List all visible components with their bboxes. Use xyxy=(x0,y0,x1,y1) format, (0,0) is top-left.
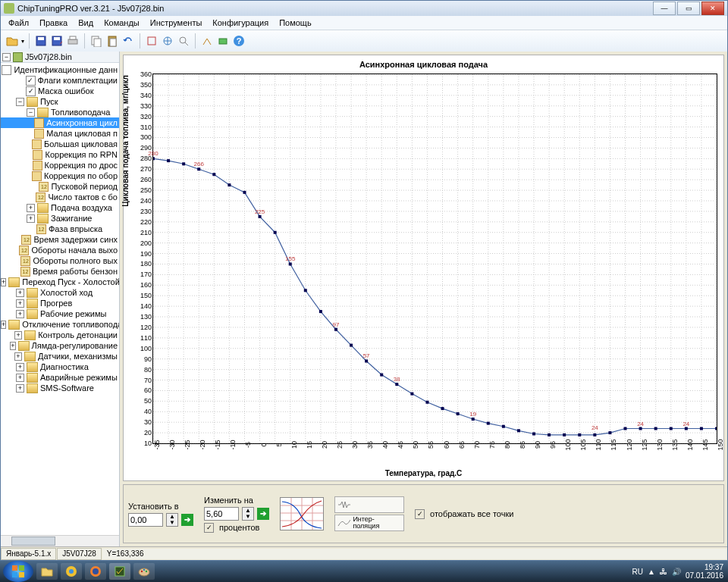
tree-item[interactable]: +Рабочие режимы xyxy=(1,308,119,319)
copy-button[interactable] xyxy=(89,34,103,48)
tree-item[interactable]: +Датчики, механизмы xyxy=(1,351,119,361)
menu-view[interactable]: Вид xyxy=(74,17,98,28)
change-value-input[interactable] xyxy=(204,507,239,521)
tray-flag-icon[interactable]: ▲ xyxy=(648,568,655,576)
svg-point-139 xyxy=(69,569,74,574)
svg-point-141 xyxy=(93,568,99,574)
task-chrome[interactable] xyxy=(61,563,82,580)
chart-area[interactable]: Асинхронная цикловая подача Цикловая под… xyxy=(123,55,724,481)
svg-rect-112 xyxy=(487,422,490,425)
tree-item[interactable]: Малая цикловая п xyxy=(1,128,119,139)
open-button[interactable] xyxy=(5,34,19,48)
menu-help[interactable]: Помощь xyxy=(275,17,316,28)
tray-network-icon[interactable]: 🖧 xyxy=(660,568,667,576)
change-apply-button[interactable]: ➔ xyxy=(257,508,269,520)
tree-item[interactable]: ✓Флаги комплектации xyxy=(1,75,119,86)
tree-item[interactable]: 12Число тактов с бо xyxy=(1,192,119,202)
svg-point-146 xyxy=(146,571,147,572)
tree-item[interactable]: Идентификационные данн xyxy=(1,64,119,75)
chart-title: Асинхронная цикловая подача xyxy=(124,55,723,72)
tree-hscroll[interactable] xyxy=(1,535,119,546)
tree-item[interactable]: Асинхронная цикл xyxy=(1,117,119,128)
tree-item[interactable]: +Холостой ход xyxy=(1,287,119,298)
titlebar[interactable]: ChipTuningPRO ver.3.21 - J5v07j28.bin — … xyxy=(1,1,727,16)
smooth-option[interactable] xyxy=(334,496,404,513)
menu-file[interactable]: Файл xyxy=(4,17,33,28)
tree-item[interactable]: +Отключение топливопода xyxy=(1,319,119,330)
print-button[interactable] xyxy=(66,34,80,48)
svg-rect-98 xyxy=(274,231,277,234)
close-button[interactable]: ✕ xyxy=(701,2,724,15)
curve-preview[interactable] xyxy=(280,497,324,530)
undo-button[interactable] xyxy=(121,34,135,48)
svg-rect-116 xyxy=(548,433,551,436)
menu-edit[interactable]: Правка xyxy=(35,17,72,28)
svg-rect-125 xyxy=(685,427,688,430)
menu-config[interactable]: Конфигурация xyxy=(208,17,273,28)
showpoints-checkbox[interactable]: ✓ xyxy=(415,509,425,519)
tree-item[interactable]: 12Время задержки синх xyxy=(1,234,119,245)
menubar: Файл Правка Вид Команды Инструменты Конф… xyxy=(1,16,727,30)
svg-rect-100 xyxy=(304,289,307,292)
tree-item[interactable]: ✓Маска ошибок xyxy=(1,86,119,96)
tree-item[interactable]: +Контроль детонации xyxy=(1,330,119,340)
tree-item[interactable]: 12Время работы бензон xyxy=(1,266,119,277)
maximize-button[interactable]: ▭ xyxy=(677,2,700,15)
tree-item[interactable]: Большая цикловая xyxy=(1,139,119,149)
tree-item[interactable]: +Аварийные режимы xyxy=(1,372,119,383)
task-paint[interactable] xyxy=(133,563,155,580)
svg-rect-102 xyxy=(334,328,337,331)
tree-item[interactable]: 12Обороты начала выхо xyxy=(1,245,119,255)
help-button[interactable]: ? xyxy=(232,34,246,48)
tool4-button[interactable] xyxy=(216,34,230,48)
search-button[interactable] xyxy=(177,34,190,48)
chart-xlabel: Температура, град.C xyxy=(385,469,463,477)
minimize-button[interactable]: — xyxy=(653,2,676,15)
tool3-button[interactable] xyxy=(200,34,214,48)
tree-item[interactable]: 12Обороты полного вых xyxy=(1,255,119,266)
tray-volume-icon[interactable]: 🔊 xyxy=(672,568,681,576)
change-spinner[interactable]: ▲▼ xyxy=(242,507,254,521)
svg-rect-5 xyxy=(70,36,76,39)
set-spinner[interactable]: ▲▼ xyxy=(166,513,178,527)
task-firefox[interactable] xyxy=(85,563,106,580)
menu-tools[interactable]: Инструменты xyxy=(146,17,207,28)
tree-item[interactable]: Коррекция по RPN xyxy=(1,149,119,160)
tree-item[interactable]: Коррекция по дрос xyxy=(1,160,119,171)
tree-item[interactable]: +Прогрев xyxy=(1,298,119,308)
app-icon xyxy=(4,3,14,14)
tree-item[interactable]: 12Пусковой период xyxy=(1,181,119,192)
task-app[interactable] xyxy=(109,563,130,580)
paste-button[interactable] xyxy=(105,34,119,48)
tree-item[interactable]: 12Фаза впрыска xyxy=(1,224,119,234)
start-button[interactable] xyxy=(3,561,33,582)
tree-item[interactable]: +Зажигание xyxy=(1,213,119,224)
svg-rect-113 xyxy=(502,425,505,428)
svg-point-12 xyxy=(180,37,186,43)
set-apply-button[interactable]: ➔ xyxy=(181,514,193,526)
tree-header[interactable]: − J5v07j28.bin xyxy=(1,52,119,63)
tree-item[interactable]: +Лямда-регулирование xyxy=(1,340,119,351)
tool2-button[interactable] xyxy=(161,34,174,48)
interp-option[interactable]: Интер- поляция xyxy=(334,515,404,531)
tray-clock[interactable]: 19:37 07.01.2016 xyxy=(686,563,723,580)
chart-plot[interactable]: 1020304050607080901001101201301401501601… xyxy=(152,74,717,444)
save-button[interactable] xyxy=(34,34,48,48)
percent-checkbox[interactable]: ✓ xyxy=(204,523,214,533)
set-value-input[interactable] xyxy=(128,513,163,527)
tree-item[interactable]: +SMS-Software xyxy=(1,383,119,393)
tree-item[interactable]: +Переход Пуск - Холостой х xyxy=(1,277,119,287)
tray-lang[interactable]: RU xyxy=(632,568,643,576)
window-title: ChipTuningPRO ver.3.21 - J5v07j28.bin xyxy=(17,4,164,13)
task-explorer[interactable] xyxy=(36,563,58,580)
tree-item[interactable]: Коррекция по обор xyxy=(1,171,119,181)
svg-rect-134 xyxy=(12,565,17,571)
svg-rect-101 xyxy=(319,310,322,313)
saveas-button[interactable] xyxy=(50,34,64,48)
tree-item[interactable]: −Топливоподача xyxy=(1,107,119,117)
tree-item[interactable]: −Пуск xyxy=(1,96,119,107)
tree-item[interactable]: +Подача воздуха xyxy=(1,202,119,213)
tree-item[interactable]: +Диагностика xyxy=(1,361,119,372)
menu-commands[interactable]: Команды xyxy=(99,17,144,28)
tool1-button[interactable] xyxy=(145,34,158,48)
